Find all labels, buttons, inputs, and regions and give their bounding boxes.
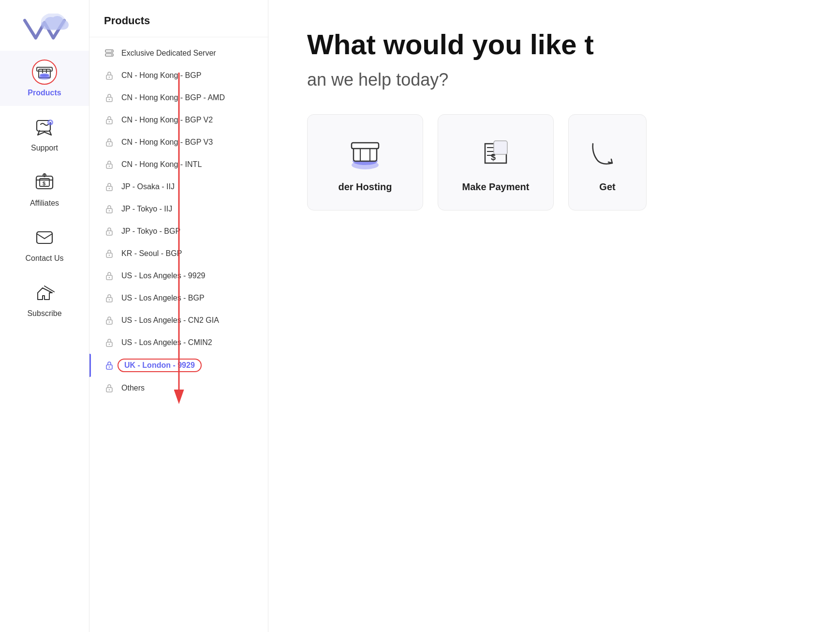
sidebar-item-support[interactable]: Support	[0, 106, 89, 161]
list-item-jp-osaka-label: JP - Osaka - IIJ	[121, 182, 175, 191]
main-heading: What would you like t	[307, 29, 801, 60]
list-item-cn-hk-intl-label: CN - Hong Kong - INTL	[121, 160, 202, 169]
card-get-more[interactable]: Get	[568, 114, 647, 211]
svg-point-33	[109, 232, 110, 233]
svg-point-31	[109, 210, 110, 211]
svg-point-35	[109, 255, 110, 256]
svg-point-16	[111, 51, 112, 52]
dropdown-list: Exclusive Dedicated Server CN - Hong Kon…	[89, 37, 268, 404]
svg-point-45	[109, 366, 110, 367]
lock-icon-cn-hk-bgp-v3	[104, 137, 115, 148]
main-content: What would you like t an we help today?	[268, 0, 840, 632]
get-more-icon	[588, 134, 627, 173]
svg-point-23	[109, 121, 110, 122]
svg-rect-13	[37, 232, 52, 243]
lock-icon-jp-osaka	[104, 181, 115, 192]
lock-icon-kr-seoul	[104, 248, 115, 259]
sidebar-contact-label: Contact Us	[25, 254, 63, 263]
list-item-others[interactable]: Others	[89, 377, 268, 399]
card-order-hosting[interactable]: der Hosting	[307, 114, 423, 211]
sidebar-subscribe-label: Subscribe	[27, 309, 61, 318]
svg-point-43	[109, 344, 110, 345]
dropdown-panel: Products Exclusive Dedicated Server CN -…	[89, 0, 268, 632]
svg-point-19	[109, 76, 110, 77]
affiliates-icon: $	[32, 170, 57, 195]
lock-icon-jp-tokyo-bgp	[104, 226, 115, 237]
card-get-label: Get	[599, 181, 615, 193]
svg-point-29	[109, 188, 110, 189]
sidebar-item-subscribe[interactable]: Subscribe	[0, 271, 89, 327]
list-item-us-la-cn2gia-label: US - Los Angeles - CN2 GIA	[121, 316, 219, 325]
card-make-payment[interactable]: $ Make Payment	[438, 114, 554, 211]
sidebar-support-label: Support	[31, 144, 58, 152]
lock-icon-cn-hk-bgp	[104, 70, 115, 81]
list-item-others-label: Others	[121, 384, 145, 392]
svg-point-21	[109, 99, 110, 100]
server-icon	[104, 48, 115, 59]
list-item-exclusive-label: Exclusive Dedicated Server	[121, 49, 216, 58]
svg-point-39	[109, 299, 110, 300]
list-item-cn-hk-bgp-v2-label: CN - Hong Kong - BGP V2	[121, 116, 213, 124]
sidebar-item-contact[interactable]: Contact Us	[0, 216, 89, 271]
logo[interactable]	[18, 10, 71, 46]
sidebar-item-affiliates[interactable]: $ Affiliates	[0, 161, 89, 216]
list-item-jp-tokyo-bgp-label: JP - Tokyo - BGP	[121, 227, 180, 236]
lock-icon-jp-tokyo-iij	[104, 204, 115, 214]
sidebar: Products Support $	[0, 0, 89, 632]
list-item-us-la-9929-label: US - Los Angeles - 9929	[121, 271, 205, 280]
card-order-hosting-label: der Hosting	[338, 181, 392, 193]
svg-point-25	[109, 143, 110, 144]
svg-rect-53	[352, 143, 379, 149]
cards-row: der Hosting $ Make Payment	[307, 114, 801, 211]
dropdown-title: Products	[89, 15, 268, 37]
main-subheading: an we help today?	[307, 70, 801, 90]
list-item-us-la-bgp[interactable]: US - Los Angeles - BGP	[89, 287, 268, 309]
list-item-uk-london-9929[interactable]: UK - London - 9929	[89, 354, 268, 377]
sidebar-affiliates-label: Affiliates	[30, 199, 59, 208]
lock-icon-us-la-cmin2	[104, 337, 115, 348]
list-item-us-la-cmin2-label: US - Los Angeles - CMIN2	[121, 338, 212, 347]
list-item-cn-hk-bgp-label: CN - Hong Kong - BGP	[121, 71, 201, 80]
sidebar-item-products[interactable]: Products	[0, 51, 89, 106]
svg-rect-58	[494, 141, 507, 154]
list-item-jp-tokyo-bgp[interactable]: JP - Tokyo - BGP	[89, 220, 268, 242]
svg-point-17	[111, 55, 112, 56]
lock-icon-cn-hk-bgp-v2	[104, 115, 115, 125]
list-item-jp-osaka-iij[interactable]: JP - Osaka - IIJ	[89, 176, 268, 198]
svg-point-27	[109, 166, 110, 166]
list-item-cn-hk-bgp-v2[interactable]: CN - Hong Kong - BGP V2	[89, 109, 268, 131]
products-icon	[32, 60, 57, 85]
list-item-jp-tokyo-iij[interactable]: JP - Tokyo - IIJ	[89, 198, 268, 220]
list-item-cn-hk-bgp-amd[interactable]: CN - Hong Kong - BGP - AMD	[89, 87, 268, 109]
list-item-cn-hk-intl[interactable]: CN - Hong Kong - INTL	[89, 153, 268, 176]
list-item-us-la-bgp-label: US - Los Angeles - BGP	[121, 294, 205, 302]
list-item-cn-hk-bgp-v3-label: CN - Hong Kong - BGP V3	[121, 138, 213, 147]
list-item-cn-hk-bgp-v3[interactable]: CN - Hong Kong - BGP V3	[89, 131, 268, 153]
lock-icon-uk-london	[104, 360, 115, 371]
lock-icon-others	[104, 383, 115, 393]
list-item-kr-seoul-bgp[interactable]: KR - Seoul - BGP	[89, 242, 268, 265]
list-item-us-la-9929[interactable]: US - Los Angeles - 9929	[89, 265, 268, 287]
lock-icon-cn-hk-intl	[104, 159, 115, 170]
list-item-us-la-cmin2[interactable]: US - Los Angeles - CMIN2	[89, 331, 268, 354]
make-payment-icon: $	[476, 134, 515, 173]
svg-point-5	[40, 74, 49, 76]
svg-point-41	[109, 321, 110, 322]
list-item-uk-london-label: UK - London - 9929	[118, 359, 202, 372]
svg-point-37	[109, 277, 110, 278]
lock-icon-us-la-cn2gia	[104, 315, 115, 326]
list-item-exclusive[interactable]: Exclusive Dedicated Server	[89, 42, 268, 64]
sidebar-products-label: Products	[28, 89, 61, 97]
list-item-kr-seoul-label: KR - Seoul - BGP	[121, 249, 182, 258]
lock-icon-us-la-9929	[104, 271, 115, 281]
lock-icon-us-la-bgp	[104, 293, 115, 303]
lock-icon-cn-hk-bgp-amd	[104, 92, 115, 103]
subscribe-icon	[32, 280, 57, 305]
contact-icon	[32, 225, 57, 250]
card-make-payment-label: Make Payment	[462, 181, 530, 193]
support-icon	[32, 115, 57, 140]
list-item-cn-hk-bgp[interactable]: CN - Hong Kong - BGP	[89, 64, 268, 87]
svg-point-47	[109, 389, 110, 390]
order-hosting-icon	[346, 134, 384, 173]
list-item-us-la-cn2gia[interactable]: US - Los Angeles - CN2 GIA	[89, 309, 268, 331]
